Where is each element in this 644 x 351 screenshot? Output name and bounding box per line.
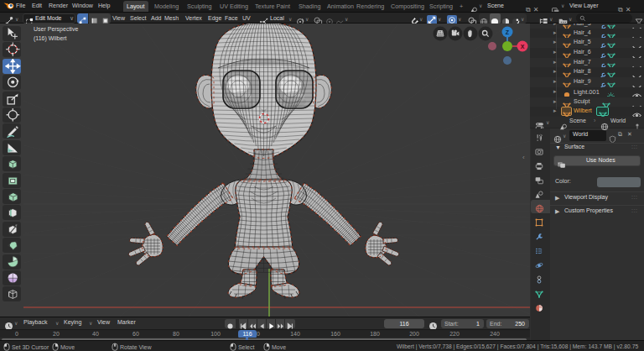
svg-text:X: X [521, 44, 525, 50]
svg-text:Z: Z [506, 29, 510, 35]
